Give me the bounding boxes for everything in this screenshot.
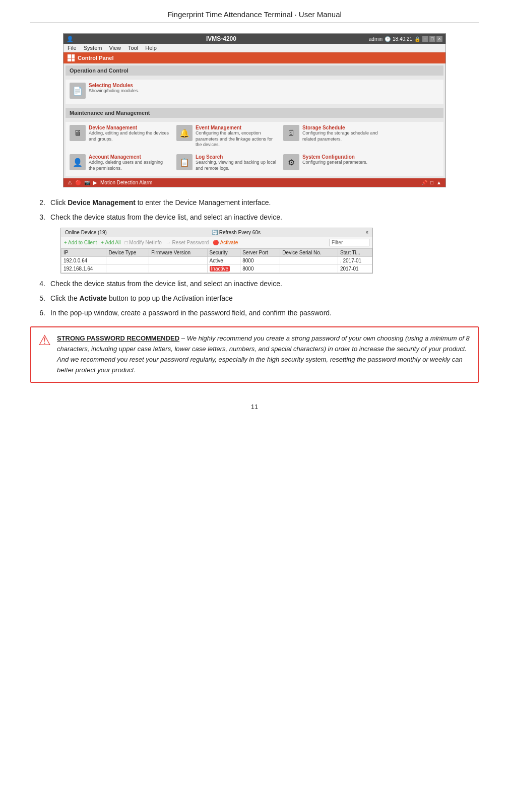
device-management-bold: Device Management <box>68 198 136 207</box>
ivms-titlebar: 👤 IVMS-4200 admin 🕐 18:40:21 🔒 − □ × <box>63 34 446 44</box>
status-active: Active <box>210 258 223 263</box>
step-6: 6. In the pop-up window, create a passwo… <box>30 308 479 318</box>
step-2-text: Click Device Management to enter the Dev… <box>50 197 479 208</box>
step-3-text: Check the device status from the device … <box>50 212 479 223</box>
step-5-num: 5. <box>30 293 45 304</box>
selecting-modules-icon: 📄 <box>70 83 86 99</box>
log-search-icon: 📋 <box>176 154 193 170</box>
add-to-client-btn[interactable]: + Add to Client <box>64 240 97 245</box>
device-table-header: Online Device (19) 🔄 Refresh Every 60s × <box>61 228 372 237</box>
minimize-btn[interactable]: − <box>422 36 428 42</box>
activate-bold: Activate <box>80 294 107 302</box>
cell-ip-1: 192.0.0.64 <box>61 257 106 265</box>
storage-schedule-icon: 🗓 <box>283 125 299 141</box>
menu-help[interactable]: Help <box>145 45 157 51</box>
system-configuration-text: System Configuration Configuring general… <box>302 154 367 166</box>
selecting-modules-text: Selecting Modules Showing/hiding modules… <box>89 83 139 94</box>
ivms-main-area: Operation and Control 📄 Selecting Module… <box>63 63 446 178</box>
account-management-desc: Adding, deleting users and assigning the… <box>89 160 170 171</box>
cell-firmware-1 <box>149 257 207 265</box>
cell-security-1: Active <box>207 257 240 265</box>
header-subtitle: User Manual <box>299 10 342 19</box>
header-separator: · <box>294 10 298 19</box>
item-account-management[interactable]: 👤 Account Management Adding, deleting us… <box>70 154 170 171</box>
device-management-text: Device Management Adding, editing and de… <box>89 125 170 142</box>
activate-btn[interactable]: 🔴 Activate <box>213 240 238 245</box>
step-6-num: 6. <box>30 308 45 318</box>
warning-triangle-icon: ⚠ <box>38 333 51 348</box>
cell-firmware-2 <box>149 265 207 273</box>
table-row[interactable]: 192.168.1.64 Inactive 8000 2017-01 <box>61 265 372 273</box>
ivms-menubar: File System View Tool Help <box>63 44 446 52</box>
section1-items: 📄 Selecting Modules Showing/hiding modul… <box>66 80 443 104</box>
reset-password-btn[interactable]: → Reset Password <box>166 240 209 245</box>
storage-schedule-title: Storage Schedule <box>302 125 384 130</box>
ivms-statusbar: ⚠ 🔴 📷 ▶ Motion Detection Alarm 📌 □ ▲ <box>63 178 446 187</box>
step-3-num: 3. <box>30 212 45 223</box>
menu-file[interactable]: File <box>68 45 77 51</box>
log-search-title: Log Search <box>196 154 277 160</box>
device-table: IP Device Type Firmware Version Security… <box>61 248 372 273</box>
steps-list: 2. Click Device Management to enter the … <box>30 197 479 223</box>
event-management-icon: 🔔 <box>176 125 193 141</box>
col-start-time: Start Ti... <box>338 249 372 257</box>
step-5-text: Click the Activate button to pop up the … <box>50 293 479 304</box>
device-management-desc: Adding, editing and deleting the devices… <box>89 130 170 142</box>
page-header: Fingerprint Time Attendance Terminal · U… <box>30 10 479 23</box>
log-search-text: Log Search Searching, viewing and backin… <box>196 154 277 171</box>
ivms-toolbar: Control Panel <box>63 52 446 63</box>
step-4: 4. Check the device status from the devi… <box>30 279 479 289</box>
close-table-btn[interactable]: × <box>365 230 368 235</box>
modify-netinfo-btn[interactable]: □ Modify NetInfo <box>125 240 162 245</box>
maximize-btn[interactable]: □ <box>429 36 435 42</box>
item-system-configuration[interactable]: ⚙ System Configuration Configuring gener… <box>283 154 367 171</box>
warning-dash: – <box>181 334 187 342</box>
table-header-row: IP Device Type Firmware Version Security… <box>61 249 372 257</box>
item-device-management[interactable]: 🖥 Device Management Adding, editing and … <box>70 125 170 148</box>
system-configuration-title: System Configuration <box>302 154 367 160</box>
table-row[interactable]: 192.0.0.64 Active 8000 . 2017-01 <box>61 257 372 265</box>
window-controls: − □ × <box>422 36 442 42</box>
device-table-screenshot: Online Device (19) 🔄 Refresh Every 60s ×… <box>60 228 373 274</box>
step-6-text: In the pop-up window, create a password … <box>50 308 479 318</box>
storage-schedule-text: Storage Schedule Configuring the storage… <box>302 125 384 142</box>
cell-start-2: 2017-01 <box>338 265 372 273</box>
device-table-toolbar: + Add to Client + Add All □ Modify NetIn… <box>61 237 372 248</box>
item-selecting-modules[interactable]: 📄 Selecting Modules Showing/hiding modul… <box>70 83 139 99</box>
close-btn[interactable]: × <box>436 36 442 42</box>
alarm-icon3: 📷 <box>84 180 90 185</box>
item-storage-schedule[interactable]: 🗓 Storage Schedule Configuring the stora… <box>283 125 384 148</box>
section2-items: 🖥 Device Management Adding, editing and … <box>66 122 443 176</box>
pin-icon: 📌 <box>421 180 427 185</box>
step-2: 2. Click Device Management to enter the … <box>30 197 479 208</box>
menu-system[interactable]: System <box>84 45 102 51</box>
event-management-title: Event Management <box>196 125 277 130</box>
cell-security-2: Inactive <box>207 265 240 273</box>
refresh-label: 🔄 Refresh Every 60s <box>212 230 261 235</box>
alarm-icon2: 🔴 <box>75 180 81 185</box>
account-management-title: Account Management <box>89 154 170 160</box>
storage-schedule-desc: Configuring the storage schedule and rel… <box>302 130 384 142</box>
add-all-btn[interactable]: + Add All <box>101 240 120 245</box>
menu-tool[interactable]: Tool <box>128 45 138 51</box>
filter-input[interactable] <box>329 239 369 246</box>
cell-serial-1 <box>280 257 338 265</box>
log-search-desc: Searching, viewing and backing up local … <box>196 160 277 171</box>
account-management-text: Account Management Adding, deleting user… <box>89 154 170 171</box>
app-icon: 👤 <box>67 36 74 42</box>
system-configuration-desc: Configuring general parameters. <box>302 160 367 166</box>
device-management-icon: 🖥 <box>70 125 86 141</box>
lock-icon: 🔒 <box>414 36 420 42</box>
account-management-icon: 👤 <box>70 154 86 170</box>
item-log-search[interactable]: 📋 Log Search Searching, viewing and back… <box>176 154 277 171</box>
col-security: Security <box>207 249 240 257</box>
titlebar-left: 👤 <box>67 36 74 42</box>
item-event-management[interactable]: 🔔 Event Management Configuring the alarm… <box>176 125 277 148</box>
section1-header: Operation and Control <box>66 65 443 76</box>
event-management-text: Event Management Configuring the alarm, … <box>196 125 277 148</box>
cell-port-2: 8000 <box>240 265 280 273</box>
status-inactive-badge: Inactive <box>210 266 230 272</box>
menu-view[interactable]: View <box>109 45 121 51</box>
warning-content: STRONG PASSWORD RECOMMENDED – We highly … <box>57 333 471 375</box>
selecting-modules-title: Selecting Modules <box>89 83 139 88</box>
